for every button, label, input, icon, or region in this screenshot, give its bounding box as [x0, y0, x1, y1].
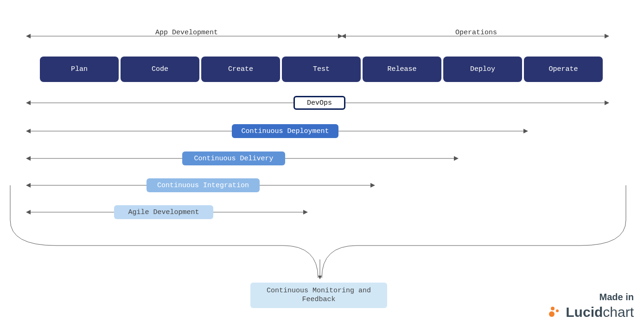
range-continuous-deployment: Continuous Deployment — [232, 124, 338, 138]
range-continuous-delivery: Continuous Delivery — [182, 151, 285, 165]
range-agile: Agile Development — [114, 205, 213, 219]
stage-code: Code — [121, 57, 199, 82]
stage-create: Create — [201, 57, 280, 82]
feedback-box: Continuous Monitoring andFeedback — [250, 283, 387, 308]
lucidchart-logo-icon — [549, 306, 562, 319]
header-app-dev: App Development — [155, 29, 218, 37]
stage-operate: Operate — [524, 57, 603, 82]
range-devops: DevOps — [293, 96, 345, 110]
watermark-brand1: Lucid — [566, 304, 603, 320]
stage-deploy: Deploy — [443, 57, 522, 82]
watermark-brand2: chart — [603, 304, 634, 320]
range-continuous-integration: Continuous Integration — [147, 178, 260, 192]
watermark-madein: Made in — [549, 292, 634, 302]
watermark: Made in Lucidchart — [549, 292, 634, 320]
feedback-text: Continuous Monitoring andFeedback — [267, 287, 371, 304]
watermark-brand: Lucidchart — [549, 304, 634, 320]
stage-plan: Plan — [40, 57, 119, 82]
stage-test: Test — [282, 57, 361, 82]
stage-release: Release — [363, 57, 441, 82]
header-operations: Operations — [455, 29, 497, 37]
